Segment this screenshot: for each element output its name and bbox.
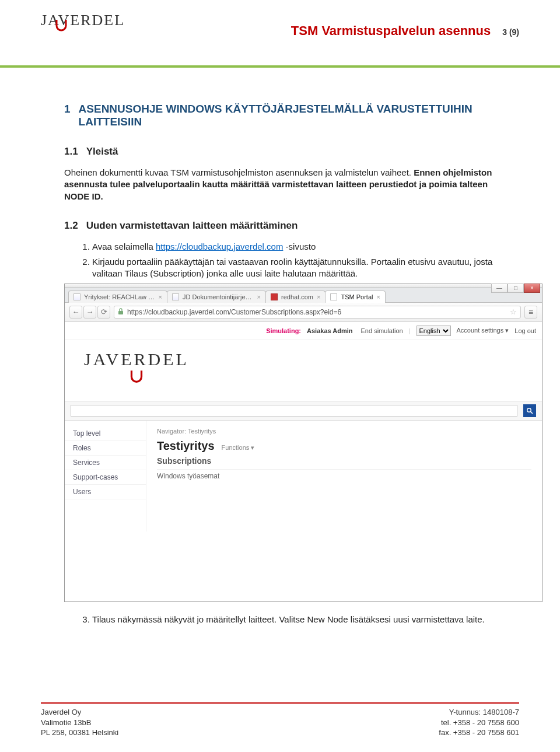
heading-1-1-title: Yleistä xyxy=(86,146,118,158)
browser-menu-button[interactable]: ≡ xyxy=(524,306,537,319)
heading-1-1-number: 1.1 xyxy=(64,146,78,158)
svg-point-1 xyxy=(527,408,531,411)
nav-reload-button[interactable]: ⟳ xyxy=(97,306,110,319)
breadcrumb-input[interactable] xyxy=(71,405,517,417)
browser-tab[interactable]: Yritykset: REACHLaw Oy - × xyxy=(68,291,167,303)
footer-fax: fax. +358 - 20 7558 601 xyxy=(439,727,519,738)
portal-logo-text: JAVERDEL xyxy=(84,349,189,369)
subscription-item[interactable]: Windows työasemat xyxy=(157,469,531,482)
search-icon xyxy=(526,407,533,414)
tab-close-icon[interactable]: × xyxy=(257,293,261,300)
heading-1: 1 ASENNUSOHJE WINDOWS KÄYTTÖJÄRJESTELMÄL… xyxy=(64,103,513,128)
navigator-value: Testiyritys xyxy=(188,428,216,435)
subscriptions-heading: Subscriptions xyxy=(157,456,531,466)
heading-1-1: 1.1 Yleistä xyxy=(64,146,513,158)
logo-mark-icon xyxy=(55,19,68,36)
sidebar-item-top-level[interactable]: Top level xyxy=(65,426,146,441)
para-1-1-text: Oheinen dokumentti kuvaa TSM varmistusoh… xyxy=(64,167,414,177)
footer-right: Y-tunnus: 1480108-7 tel. +358 - 20 7558 … xyxy=(439,707,519,738)
company-name: Testiyritys xyxy=(157,439,215,453)
window-close-button[interactable]: × xyxy=(524,284,540,293)
footer-left: Javerdel Oy Valimotie 13bB PL 258, 00381… xyxy=(41,707,118,738)
company-row: Testiyritys Functions ▾ xyxy=(157,439,531,453)
browser-tab[interactable]: redhat.com × xyxy=(265,291,326,303)
logout-link[interactable]: Log out xyxy=(514,327,536,334)
window-maximize-button[interactable]: □ xyxy=(508,284,524,293)
portal-whitespace xyxy=(65,531,542,601)
step-1-post: -sivusto xyxy=(283,242,316,251)
nav-back-button[interactable]: ← xyxy=(69,306,82,319)
search-button[interactable] xyxy=(523,404,536,417)
tab-close-icon[interactable]: × xyxy=(159,293,162,300)
end-simulation-link[interactable]: End simulation xyxy=(361,327,403,334)
nav-buttons: ← → ⟳ xyxy=(69,306,110,319)
sidebar-item-users[interactable]: Users xyxy=(65,485,146,499)
para-1-1: Oheinen dokumentti kuvaa TSM varmistusoh… xyxy=(64,167,513,202)
doc-header: JAVERDEL TSM Varmistuspalvelun asennus 3… xyxy=(41,12,519,42)
portal-sidebar: Top level Roles Services Support-cases U… xyxy=(65,421,146,531)
browser-tabstrip: Yritykset: REACHLaw Oy - × JD Dokumentoi… xyxy=(65,288,542,303)
footer-ytunnus: Y-tunnus: 1480108-7 xyxy=(439,707,519,718)
logo: JAVERDEL xyxy=(41,12,125,29)
portal-main: Navigator: Testiyritys Testiyritys Funct… xyxy=(146,421,542,531)
language-select[interactable]: English xyxy=(416,326,451,336)
content: 1 ASENNUSOHJE WINDOWS KÄYTTÖJÄRJESTELMÄL… xyxy=(41,68,519,625)
sidebar-item-support-cases[interactable]: Support-cases xyxy=(65,470,146,485)
footer-address2: PL 258, 00381 Helsinki xyxy=(41,727,118,738)
sidebar-item-roles[interactable]: Roles xyxy=(65,441,146,456)
simulating-label: Simulating: xyxy=(266,327,301,334)
portal-logo-area: JAVERDEL xyxy=(65,340,542,401)
svg-rect-0 xyxy=(118,311,123,314)
address-box[interactable]: https://cloudbackup.javerdel.com/Custome… xyxy=(114,306,521,319)
step-3: Tilaus näkymässä näkyvät jo määritellyt … xyxy=(92,614,513,625)
heading-1-2-number: 1.2 xyxy=(64,220,78,232)
browser-tab[interactable]: JD Dokumentointijärjeste × xyxy=(167,291,266,303)
portal-logo-mark-icon xyxy=(129,369,144,389)
step-1-link[interactable]: https://cloudbackup.javerdel.com xyxy=(156,242,283,251)
window-chrome: — □ × xyxy=(65,284,542,288)
svg-line-2 xyxy=(531,411,533,413)
doc-footer: Javerdel Oy Valimotie 13bB PL 258, 00381… xyxy=(41,702,519,738)
heading-1-number: 1 xyxy=(64,103,71,128)
account-settings-link[interactable]: Account settings ▾ xyxy=(457,327,509,334)
portal-utility-bar: Simulating: Asiakas Admin End simulation… xyxy=(65,322,542,340)
browser-addressbar: ← → ⟳ https://cloudbackup.javerdel.com/C… xyxy=(65,303,542,322)
navigator-line: Navigator: Testiyritys xyxy=(157,428,531,435)
bookmark-star-icon[interactable]: ☆ xyxy=(510,307,517,316)
tab-close-icon[interactable]: × xyxy=(317,293,320,300)
footer-tel: tel. +358 - 20 7558 600 xyxy=(439,718,519,728)
functions-dropdown[interactable]: Functions ▾ xyxy=(222,444,255,452)
step-2: Kirjaudu portaaliin pääkäyttäjän tai vas… xyxy=(92,256,513,280)
heading-1-2-title: Uuden varmistettavan laitteen määrittämi… xyxy=(86,220,298,232)
tab-label: JD Dokumentointijärjeste xyxy=(183,293,254,300)
heading-1-2: 1.2 Uuden varmistettavan laitteen määrit… xyxy=(64,220,513,232)
address-url: https://cloudbackup.javerdel.com/Custome… xyxy=(127,308,341,316)
footer-address1: Valimotie 13bB xyxy=(41,718,118,728)
logo-text: JAVERDEL xyxy=(41,12,125,29)
portal-screenshot: — □ × Yritykset: REACHLaw Oy - × JD Doku… xyxy=(64,284,542,602)
window-minimize-button[interactable]: — xyxy=(491,284,508,293)
browser-tab-active[interactable]: TSM Portal × xyxy=(325,291,385,303)
favicon-icon xyxy=(330,293,337,300)
sidebar-item-services[interactable]: Services xyxy=(65,456,146,470)
tab-label: Yritykset: REACHLaw Oy - xyxy=(84,293,155,300)
lock-icon xyxy=(118,308,124,316)
portal-body: Top level Roles Services Support-cases U… xyxy=(65,421,542,531)
doc-title: TSM Varmistuspalvelun asennus xyxy=(291,23,491,39)
navigator-label: Navigator: xyxy=(157,428,186,435)
step-1: Avaa selaimella https://cloudbackup.jave… xyxy=(92,241,513,253)
page-indicator: 3 (9) xyxy=(502,27,519,37)
portal-toolbar xyxy=(65,401,542,421)
footer-company: Javerdel Oy xyxy=(41,707,118,718)
tab-close-icon[interactable]: × xyxy=(376,293,380,300)
steps-list: Avaa selaimella https://cloudbackup.jave… xyxy=(64,241,513,280)
separator: | xyxy=(409,327,411,334)
favicon-icon xyxy=(74,293,80,300)
doc-title-row: TSM Varmistuspalvelun asennus 3 (9) xyxy=(291,23,519,39)
simulating-user: Asiakas Admin xyxy=(307,327,352,334)
heading-1-title: ASENNUSOHJE WINDOWS KÄYTTÖJÄRJESTELMÄLLÄ… xyxy=(79,103,513,128)
window-controls: — □ × xyxy=(491,284,540,293)
favicon-icon xyxy=(172,293,179,300)
favicon-icon xyxy=(271,293,278,300)
nav-forward-button[interactable]: → xyxy=(83,306,96,319)
